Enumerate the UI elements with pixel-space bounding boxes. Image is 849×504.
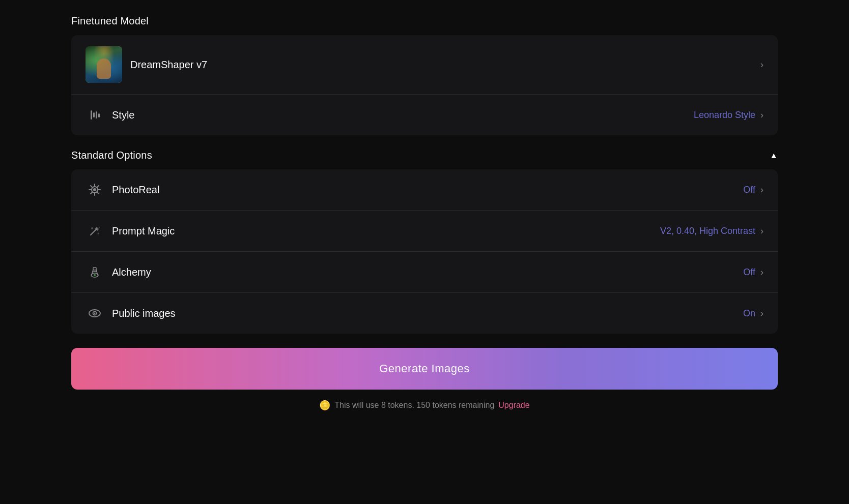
model-name-label: DreamShaper v7 bbox=[130, 59, 207, 71]
svg-rect-0 bbox=[91, 110, 92, 120]
model-selector-row[interactable]: DreamShaper v7 › bbox=[71, 35, 778, 94]
public-images-value: On bbox=[743, 308, 755, 319]
svg-point-24 bbox=[94, 313, 96, 314]
model-thumbnail-inner bbox=[86, 46, 122, 83]
prompt-magic-label: Prompt Magic bbox=[112, 225, 175, 237]
photoreal-chevron-icon: › bbox=[760, 185, 763, 195]
svg-rect-20 bbox=[93, 268, 96, 270]
model-row-left: DreamShaper v7 bbox=[86, 46, 760, 83]
prompt-magic-chevron-icon: › bbox=[760, 226, 763, 236]
public-images-row-left: Public images bbox=[86, 304, 743, 322]
token-icon: 🪙 bbox=[319, 400, 330, 411]
svg-line-14 bbox=[91, 229, 97, 235]
public-images-row-right: On › bbox=[743, 308, 763, 319]
svg-line-11 bbox=[97, 192, 99, 194]
photoreal-row-left: PhotoReal bbox=[86, 181, 743, 199]
model-thumbnail bbox=[86, 46, 122, 83]
photoreal-row-right: Off › bbox=[743, 185, 763, 195]
alchemy-row-left: Alchemy bbox=[86, 263, 743, 281]
finetuned-model-title: Finetuned Model bbox=[71, 15, 778, 27]
photoreal-value: Off bbox=[743, 185, 755, 195]
style-value: Leonardo Style bbox=[694, 110, 755, 121]
public-images-label: Public images bbox=[112, 308, 176, 319]
svg-rect-3 bbox=[98, 113, 100, 117]
style-chevron-icon: › bbox=[760, 110, 763, 121]
photoreal-row[interactable]: PhotoReal Off › bbox=[71, 169, 778, 210]
alchemy-label: Alchemy bbox=[112, 266, 151, 278]
svg-rect-1 bbox=[93, 112, 95, 117]
collapse-icon[interactable]: ▲ bbox=[770, 151, 778, 160]
photoreal-icon bbox=[86, 181, 104, 199]
standard-options-title: Standard Options bbox=[71, 150, 152, 161]
svg-line-12 bbox=[97, 186, 99, 187]
finetuned-model-card: DreamShaper v7 › Style Leo bbox=[71, 35, 778, 135]
style-row-right: Leonardo Style › bbox=[694, 110, 763, 121]
prompt-magic-row-right: V2, 0.40, High Contrast › bbox=[660, 226, 763, 236]
style-icon bbox=[86, 106, 104, 124]
style-label: Style bbox=[112, 109, 134, 121]
standard-options-header: Standard Options ▲ bbox=[71, 150, 778, 161]
prompt-magic-row-left: Prompt Magic bbox=[86, 222, 660, 240]
model-chevron-icon: › bbox=[760, 60, 763, 70]
svg-point-5 bbox=[93, 188, 96, 191]
main-container: Finetuned Model DreamShaper v7 › bbox=[71, 15, 778, 411]
svg-line-13 bbox=[91, 192, 92, 194]
prompt-magic-value: V2, 0.40, High Contrast bbox=[660, 226, 755, 236]
alchemy-value: Off bbox=[743, 267, 755, 278]
alchemy-row-right: Off › bbox=[743, 267, 763, 278]
svg-point-16 bbox=[91, 227, 93, 229]
alchemy-chevron-icon: › bbox=[760, 267, 763, 278]
token-info-bar: 🪙 This will use 8 tokens. 150 tokens rem… bbox=[71, 400, 778, 411]
style-row-left: Style bbox=[86, 106, 694, 124]
svg-point-17 bbox=[98, 233, 99, 234]
public-images-row[interactable]: Public images On › bbox=[71, 292, 778, 334]
generate-button[interactable]: Generate Images bbox=[71, 348, 778, 390]
svg-point-21 bbox=[94, 274, 96, 276]
svg-point-18 bbox=[99, 227, 100, 228]
standard-options-card: PhotoReal Off › Prompt Magi bbox=[71, 169, 778, 334]
prompt-magic-icon bbox=[86, 222, 104, 240]
svg-rect-2 bbox=[96, 111, 97, 118]
alchemy-row[interactable]: Alchemy Off › bbox=[71, 251, 778, 292]
prompt-magic-row[interactable]: Prompt Magic V2, 0.40, High Contrast › bbox=[71, 210, 778, 251]
public-images-chevron-icon: › bbox=[760, 308, 763, 319]
alchemy-icon bbox=[86, 263, 104, 281]
photoreal-label: PhotoReal bbox=[112, 184, 159, 196]
public-images-icon bbox=[86, 304, 104, 322]
style-selector-row[interactable]: Style Leonardo Style › bbox=[71, 94, 778, 135]
model-row-right: › bbox=[760, 60, 763, 70]
svg-line-10 bbox=[91, 186, 92, 187]
upgrade-link[interactable]: Upgrade bbox=[498, 401, 529, 410]
token-info-text: This will use 8 tokens. 150 tokens remai… bbox=[334, 401, 494, 410]
